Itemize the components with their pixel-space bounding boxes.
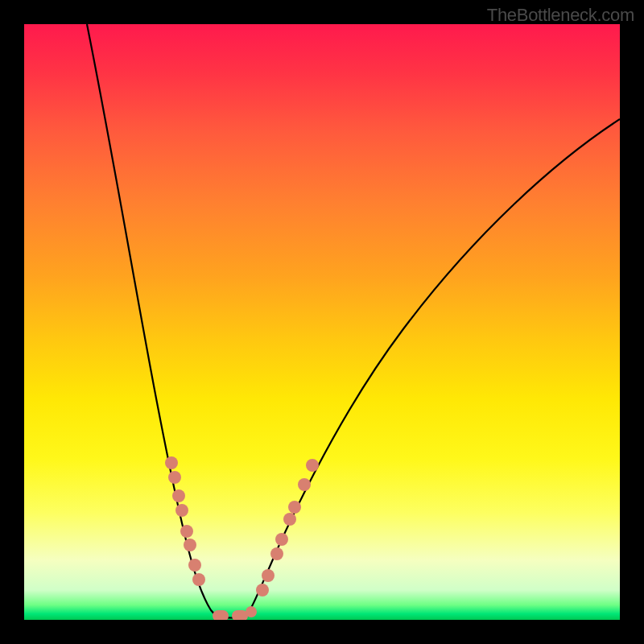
svg-rect-9 bbox=[232, 610, 248, 620]
bottom-dots bbox=[213, 606, 257, 620]
svg-point-4 bbox=[180, 525, 193, 538]
svg-point-3 bbox=[175, 504, 188, 517]
left-curve bbox=[87, 24, 223, 617]
left-dots bbox=[165, 456, 205, 586]
svg-point-18 bbox=[306, 459, 319, 472]
svg-point-1 bbox=[168, 471, 181, 484]
svg-rect-8 bbox=[213, 610, 229, 620]
svg-point-2 bbox=[172, 489, 185, 502]
svg-point-17 bbox=[298, 478, 311, 491]
svg-point-0 bbox=[165, 456, 178, 469]
svg-point-11 bbox=[256, 584, 269, 597]
svg-point-10 bbox=[246, 606, 257, 617]
svg-point-16 bbox=[288, 501, 301, 514]
svg-point-12 bbox=[262, 569, 275, 582]
svg-point-7 bbox=[192, 573, 205, 586]
right-curve bbox=[240, 119, 620, 617]
chart-plot-area bbox=[24, 24, 620, 620]
svg-point-6 bbox=[188, 559, 201, 572]
svg-point-5 bbox=[184, 539, 196, 551]
svg-point-15 bbox=[283, 513, 296, 526]
svg-point-13 bbox=[270, 547, 283, 560]
svg-point-14 bbox=[275, 533, 288, 546]
watermark-text: TheBottleneck.com bbox=[487, 5, 634, 26]
chart-svg bbox=[24, 24, 620, 620]
